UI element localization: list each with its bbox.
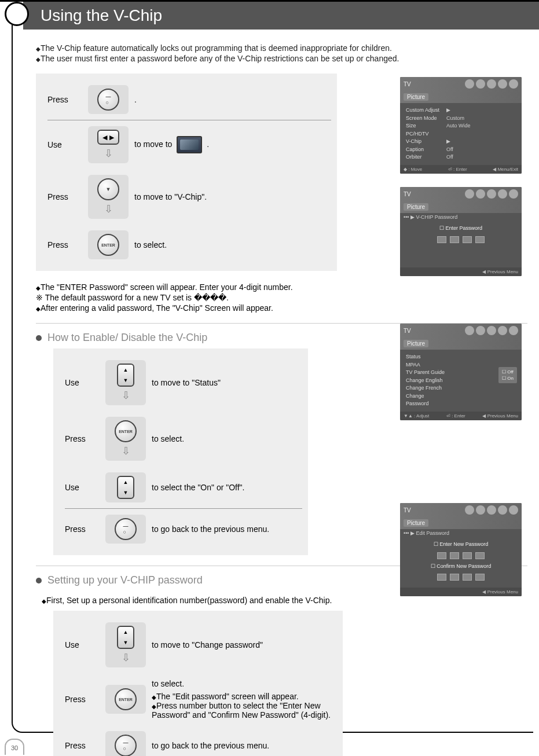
intro-line-1: The V-Chip feature automatically locks o…	[41, 43, 392, 53]
osd-screenshot-edit-password: TV Picture ••• ▶ Edit Password ☐ Enter N…	[400, 503, 522, 596]
step-row: Press —○ to go back to the previous menu…	[65, 508, 302, 549]
step-action: Press	[47, 95, 88, 104]
up-down-button-icon: ▲▼	[117, 476, 134, 499]
step-row: Press —○ .	[47, 79, 331, 120]
arrow-down-icon: ⇩	[104, 147, 113, 160]
menu-button-icon: —○	[115, 735, 137, 756]
osd-body: Custom Adjust▶ Screen ModeCustom SizeAut…	[400, 103, 522, 165]
osd-screenshot-enter-password: TV Picture ••• ▶ V-CHIP Password ☐ Enter…	[400, 187, 522, 276]
page-number: 30	[5, 739, 24, 755]
section-note: ◆First, Set up a personal identification…	[42, 596, 527, 605]
step-desc: to select.	[129, 240, 331, 249]
step-row: Press —○ to go back to the previous menu…	[65, 725, 337, 756]
menu-button-icon: —○	[97, 89, 119, 111]
step-row: Use ◀ ▶ ⇩ to move to .	[47, 120, 331, 169]
manual-page: Using the V-Chip ◆The V-Chip feature aut…	[0, 0, 539, 756]
osd-screenshot-vchip-status: TV Picture Status MPAA TV Parent Guide C…	[400, 324, 522, 420]
password-note: ◆The "ENTER Password" screen will appear…	[36, 282, 360, 313]
step-desc: .	[129, 95, 331, 104]
step-action: Press	[47, 192, 88, 201]
steps-group-3: Use ▲▼ ⇩ to move to "Change password" Pr…	[53, 611, 343, 756]
bullet-icon: ◆	[36, 56, 41, 63]
step-row: Press ▼ ⇩ to move to "V-Chip".	[47, 169, 331, 225]
step-row: Press ENTER to select. ◆The "Edit passwo…	[65, 673, 337, 725]
arrow-down-icon: ⇩	[122, 651, 130, 664]
tv-icon	[177, 136, 202, 153]
dot-icon	[36, 335, 42, 341]
step-desc: to move to "V-Chip".	[129, 192, 331, 201]
arrow-down-icon: ⇩	[122, 389, 130, 402]
step-row: Press ENTER ⇩ to select.	[65, 411, 302, 467]
osd-tab: TV	[404, 81, 411, 87]
intro-text: ◆The V-Chip feature automatically locks …	[36, 43, 527, 63]
enter-button-icon: ENTER	[115, 420, 137, 442]
dot-icon	[36, 578, 42, 583]
step-row: Press ENTER to select.	[47, 225, 331, 265]
arrow-down-icon: ⇩	[122, 445, 130, 457]
intro-line-2: The user must first enter a password bef…	[41, 54, 399, 63]
step-row: Use ▲▼ ⇩ to move to "Status"	[65, 354, 302, 411]
corner-decoration	[5, 2, 29, 26]
bullet-icon: ◆	[36, 46, 41, 52]
osd-screenshot-picture-menu: TV Picture Custom Adjust▶ Screen ModeCus…	[400, 77, 522, 174]
status-popup: ☐ Off ☐ On	[498, 367, 517, 383]
step-action: Use	[47, 140, 88, 149]
osd-section: Picture	[404, 93, 428, 101]
up-down-button-icon: ▲▼	[117, 626, 134, 649]
enter-button-icon: ENTER	[97, 234, 119, 256]
menu-button-icon: —○	[115, 518, 137, 540]
step-desc: to move to .	[129, 136, 331, 153]
step-row: Use ▲▼ to select the "On" or "Off".	[65, 467, 302, 508]
left-right-button-icon: ◀ ▶	[97, 130, 119, 145]
steps-group-1: Press —○ . Use ◀ ▶ ⇩ to move to . Press	[36, 74, 337, 271]
down-button-icon: ▼	[97, 178, 119, 200]
step-action: Press	[47, 240, 88, 249]
enter-button-icon: ENTER	[115, 688, 137, 710]
password-boxes	[406, 236, 516, 243]
up-down-button-icon: ▲▼	[117, 364, 134, 387]
steps-group-2: Use ▲▼ ⇩ to move to "Status" Press ENTER…	[53, 348, 308, 555]
arrow-down-icon: ⇩	[104, 203, 113, 215]
step-row: Use ▲▼ ⇩ to move to "Change password"	[65, 616, 337, 673]
content-frame: ◆The V-Chip feature automatically locks …	[12, 13, 533, 733]
